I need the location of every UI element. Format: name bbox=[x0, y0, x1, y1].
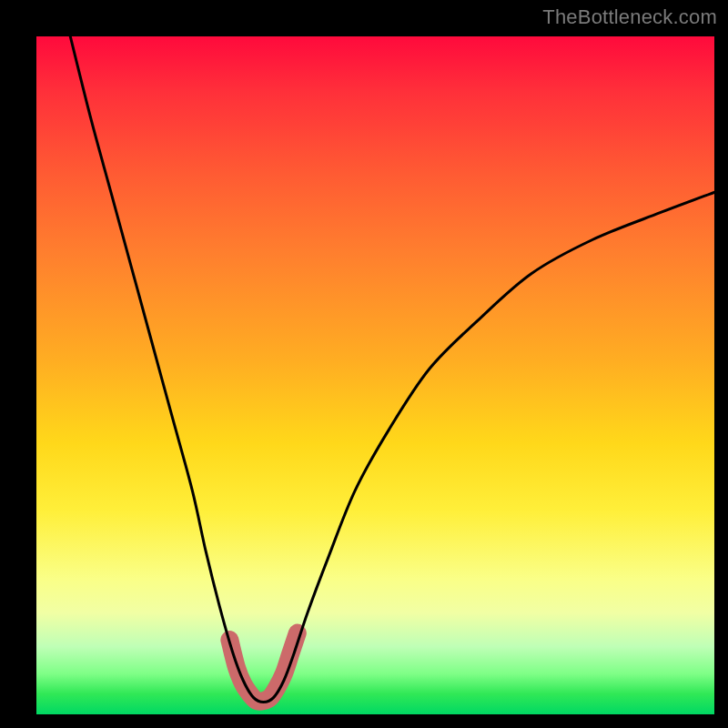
bottleneck-curve-line bbox=[70, 36, 714, 703]
optimal-band-line bbox=[229, 633, 298, 702]
chart-frame: TheBottleneck.com bbox=[0, 0, 728, 728]
plot-area bbox=[36, 36, 714, 714]
watermark-text: TheBottleneck.com bbox=[542, 5, 717, 29]
bottleneck-chart bbox=[36, 36, 714, 714]
